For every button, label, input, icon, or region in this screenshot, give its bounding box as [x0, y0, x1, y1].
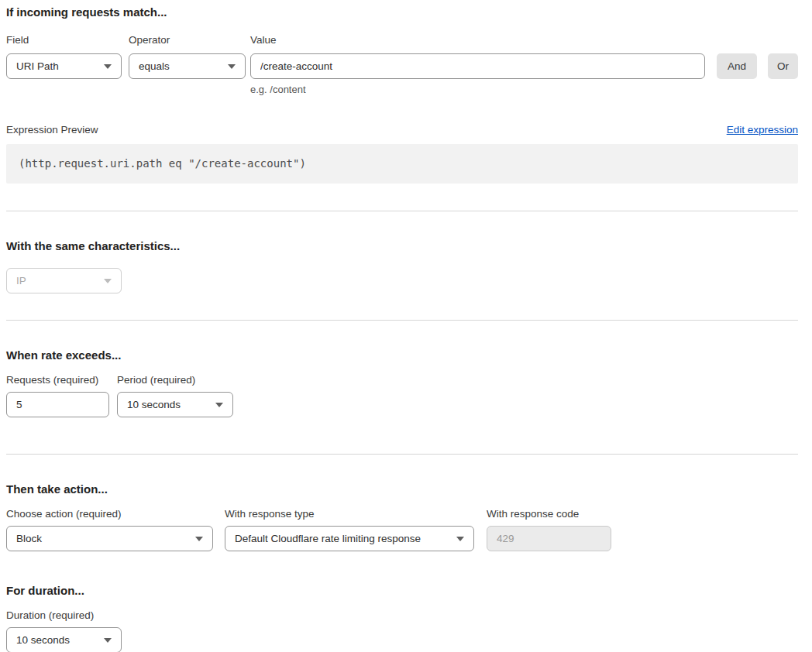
period-dropdown[interactable]: 10 seconds [117, 392, 233, 417]
rate-row: Requests (required) Period (required) 10… [6, 374, 798, 417]
choose-action-dropdown[interactable]: Block [6, 526, 213, 551]
value-helper-text: e.g. /content [250, 84, 705, 95]
field-dropdown-value: URI Path [16, 60, 59, 72]
chevron-down-icon [104, 64, 112, 69]
operator-group: Operator equals [129, 34, 246, 79]
action-heading: Then take action... [6, 482, 798, 496]
period-dropdown-value: 10 seconds [127, 399, 181, 410]
action-section: Then take action... Choose action (requi… [6, 482, 798, 551]
period-label: Period (required) [117, 374, 233, 386]
expression-preview-header: Expression Preview Edit expression [6, 124, 798, 136]
response-code-input [487, 526, 611, 551]
match-heading: If incoming requests match... [6, 5, 798, 19]
response-code-label: With response code [487, 508, 611, 520]
expression-preview-label: Expression Preview [6, 124, 98, 136]
field-group: Field URI Path [6, 34, 122, 79]
section-divider [6, 211, 798, 211]
requests-label: Requests (required) [6, 374, 109, 386]
requests-group: Requests (required) [6, 374, 109, 417]
value-input[interactable] [250, 53, 705, 79]
match-condition-row: Field URI Path Operator equals Value e.g… [6, 34, 798, 95]
chevron-down-icon [104, 279, 112, 283]
match-section: If incoming requests match... Field URI … [6, 5, 798, 184]
response-code-group: With response code [487, 508, 611, 551]
chevron-down-icon [195, 537, 203, 541]
response-type-dropdown-value: Default Cloudflare rate limiting respons… [235, 533, 421, 544]
choose-action-group: Choose action (required) Block [6, 508, 213, 551]
choose-action-label: Choose action (required) [6, 508, 213, 520]
duration-dropdown-value: 10 seconds [16, 634, 70, 646]
duration-heading: For duration... [6, 584, 798, 597]
characteristic-dropdown: IP [6, 268, 122, 293]
characteristics-section: With the same characteristics... IP [6, 239, 798, 293]
chevron-down-icon [228, 64, 236, 69]
characteristics-heading: With the same characteristics... [6, 239, 798, 252]
response-type-dropdown[interactable]: Default Cloudflare rate limiting respons… [225, 526, 474, 551]
chevron-down-icon [104, 638, 112, 643]
choose-action-dropdown-value: Block [16, 533, 42, 544]
logic-buttons: And Or [717, 53, 798, 79]
characteristic-dropdown-value: IP [16, 275, 26, 287]
response-type-label: With response type [225, 508, 474, 520]
operator-dropdown[interactable]: equals [129, 53, 246, 79]
response-type-group: With response type Default Cloudflare ra… [225, 508, 474, 551]
rate-section: When rate exceeds... Requests (required)… [6, 348, 798, 417]
duration-dropdown[interactable]: 10 seconds [6, 627, 122, 652]
field-label: Field [6, 34, 122, 46]
value-label: Value [250, 34, 705, 46]
and-button[interactable]: And [717, 53, 757, 79]
field-dropdown[interactable]: URI Path [6, 53, 122, 79]
duration-section: For duration... Duration (required) 10 s… [6, 584, 798, 652]
requests-input[interactable] [6, 392, 109, 417]
period-group: Period (required) 10 seconds [117, 374, 233, 417]
action-row: Choose action (required) Block With resp… [6, 508, 798, 551]
operator-dropdown-value: equals [139, 60, 170, 72]
value-group: Value e.g. /content [250, 34, 705, 95]
edit-expression-link[interactable]: Edit expression [727, 124, 798, 136]
rate-heading: When rate exceeds... [6, 348, 798, 362]
chevron-down-icon [215, 403, 223, 407]
section-divider [6, 454, 798, 455]
section-divider [6, 320, 798, 321]
or-button[interactable]: Or [768, 53, 798, 79]
chevron-down-icon [456, 537, 464, 541]
duration-label: Duration (required) [6, 609, 798, 621]
operator-label: Operator [129, 34, 246, 46]
expression-preview-code: (http.request.uri.path eq "/create-accou… [6, 144, 798, 184]
